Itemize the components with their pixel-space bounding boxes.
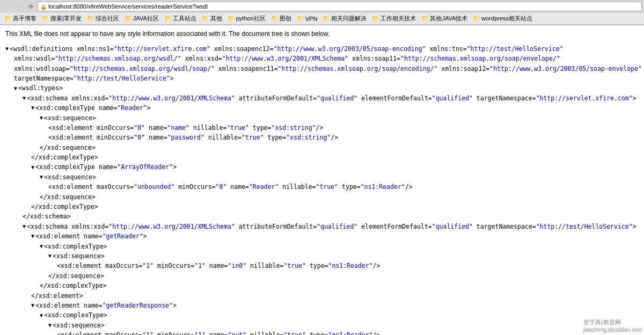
bookmark-item[interactable]: 📁 工具站点: [162, 14, 199, 23]
xml-line: ▼<xsd:complexType>: [5, 242, 639, 251]
bookmark-item[interactable]: 📁 高手博客: [2, 14, 39, 23]
folder-icon: 📁: [87, 15, 94, 22]
xml-text: </xsd:complexType>: [40, 281, 107, 290]
xml-line: ▼<xsd:element name="getReader">: [5, 231, 639, 241]
xml-line: </xsd:complexType>: [5, 281, 639, 290]
xml-text: <wsdl:definitions xmlns:ns1="http://serv…: [10, 44, 564, 54]
toggle-arrow[interactable]: ▼: [48, 252, 52, 260]
folder-icon: 📁: [202, 15, 209, 22]
xml-text: </xsd:element>: [31, 291, 83, 301]
folder-icon: 📁: [421, 15, 429, 22]
bookmark-label: 工作相关技术: [380, 14, 416, 23]
xml-text: <xsd:sequence>: [44, 113, 96, 123]
xml-text: xmlns:wsdl="http://schemas.xmlsoap.org/w…: [14, 54, 560, 63]
xml-content: ▼<wsdl:definitions xmlns:ns1="http://ser…: [5, 44, 639, 335]
bookmark-item[interactable]: 📁 其他: [200, 14, 224, 23]
bookmark-label: 其他JAVA技术: [430, 14, 467, 23]
xml-text: targetNamespace="http://test/HelloServic…: [14, 74, 174, 83]
xml-line: targetNamespace="http://test/HelloServic…: [5, 74, 639, 83]
folder-icon: 📁: [323, 15, 330, 22]
toggle-arrow[interactable]: ▼: [14, 84, 17, 93]
bookmark-label: 图创: [280, 14, 291, 23]
xml-text: <xsd:schema xmlns:xsd="http://www.w3.org…: [27, 93, 636, 103]
page-content: This XML file does not appear to have an…: [0, 25, 644, 335]
xml-line: </xsd:sequence>: [5, 143, 639, 152]
xml-text: <xsd:element name="getReaderResponse">: [35, 301, 177, 310]
toggle-arrow[interactable]: ▼: [40, 311, 43, 320]
bookmark-label: 相关问题解决: [331, 14, 367, 23]
bookmark-label: JAVA社区: [133, 14, 159, 23]
bookmark-item[interactable]: 📁 其他JAVA技术: [419, 14, 470, 23]
xml-text: <xsd:element maxOccurs="unbounded" minOc…: [48, 182, 413, 192]
xml-line: </xsd:schema>: [5, 212, 639, 221]
xml-line: ▼<xsd:sequence>: [5, 172, 639, 182]
address-bar[interactable]: 🔒 localhost:8080/xfireWebService/service…: [38, 2, 642, 11]
toggle-arrow[interactable]: ▼: [40, 242, 43, 251]
toggle-arrow[interactable]: ▼: [31, 163, 34, 172]
bookmark-item[interactable]: 📁 图创: [269, 14, 294, 23]
xml-text: <xsd:schema xmlns:xsd="http://www.w3.org…: [27, 222, 636, 231]
bookmark-label: 综合社区: [96, 14, 119, 23]
folder-icon: 📁: [125, 15, 132, 22]
xml-text: <xsd:sequence>: [53, 321, 105, 330]
bookmark-item[interactable]: 📁 工作相关技术: [370, 14, 418, 23]
bookmark-label: 高手博客: [13, 14, 36, 23]
xml-text: <wsdl:types>: [18, 83, 63, 93]
toggle-arrow[interactable]: ▼: [40, 173, 43, 181]
xml-text: <xsd:sequence>: [53, 251, 105, 261]
toggle-arrow[interactable]: ▼: [48, 321, 52, 330]
xml-line: <xsd:element maxOccurs="1" minOccurs="1"…: [5, 330, 639, 335]
browser-chrome: ← → ⟳ 🔒 localhost:8080/xfireWebService/s…: [0, 0, 644, 25]
back-button[interactable]: ←: [2, 2, 12, 11]
xml-line: ▼<xsd:element name="getReaderResponse">: [5, 301, 639, 310]
toggle-arrow[interactable]: ▼: [31, 301, 34, 310]
url-text: localhost:8080/xfireWebService/services/…: [48, 3, 639, 10]
xml-text: <xsd:element maxOccurs="1" minOccurs="1"…: [57, 261, 380, 271]
bookmark-label: wordpress相关站点: [481, 14, 532, 23]
xml-line: </xsd:complexType>: [5, 152, 639, 162]
toggle-arrow[interactable]: ▼: [5, 45, 9, 53]
xml-line: <xsd:element maxOccurs="unbounded" minOc…: [5, 182, 639, 192]
bookmark-item[interactable]: 📁 综合社区: [85, 14, 121, 23]
xml-line: <xsd:element maxOccurs="1" minOccurs="1"…: [5, 261, 639, 271]
bookmark-item[interactable]: 📁 VPN: [295, 14, 320, 23]
xml-text: <xsd:element minOccurs="0" name="passwor…: [48, 133, 338, 142]
bookmark-item[interactable]: 📁 python社区: [225, 14, 268, 23]
bookmark-item[interactable]: 📁 JAVA社区: [122, 14, 161, 23]
toggle-arrow[interactable]: ▼: [40, 114, 43, 122]
xml-line: </xsd:sequence>: [5, 271, 639, 281]
watermark-url: jiaocheng.dieziidian.com: [583, 327, 642, 333]
bookmark-item[interactable]: 📁 搜索|零开发: [40, 14, 84, 23]
reload-button[interactable]: ⟳: [26, 2, 35, 11]
toggle-arrow[interactable]: ▼: [31, 104, 34, 112]
folder-icon: 📁: [297, 15, 304, 22]
folder-icon: 📁: [271, 15, 279, 22]
xml-line: </xsd:complexType>: [5, 202, 639, 212]
toggle-arrow[interactable]: ▼: [31, 232, 34, 241]
bookmark-item[interactable]: 📁 wordpress相关站点: [471, 14, 535, 23]
folder-icon: 📁: [42, 15, 49, 22]
bookmark-label: VPN: [305, 16, 318, 22]
folder-icon: 📁: [372, 15, 379, 22]
xml-line: ▼<xsd:schema xmlns:xsd="http://www.w3.or…: [5, 93, 639, 103]
lock-icon: 🔒: [40, 4, 47, 10]
folder-icon: 📁: [228, 15, 235, 22]
xml-line: ▼<wsdl:types>: [5, 83, 639, 93]
xml-text: </xsd:sequence>: [40, 192, 96, 202]
xml-line: ▼<xsd:complexType>: [5, 310, 639, 320]
xml-line: ▼<xsd:complexType name="ArrayOfReader">: [5, 162, 639, 172]
xml-text: </xsd:schema>: [23, 212, 71, 221]
xml-text: </xsd:complexType>: [31, 202, 98, 212]
xml-line: xmlns:wsdl="http://schemas.xmlsoap.org/w…: [5, 54, 639, 63]
toggle-arrow[interactable]: ▼: [23, 222, 26, 231]
xml-line: <xsd:element minOccurs="0" name="passwor…: [5, 133, 639, 142]
xml-line: ▼<xsd:complexType name="Reader">: [5, 103, 639, 113]
toggle-arrow[interactable]: ▼: [23, 94, 26, 103]
xml-line: ▼<xsd:sequence>: [5, 251, 639, 261]
bookmark-item[interactable]: 📁 相关问题解决: [320, 14, 369, 23]
xml-text: <xsd:element name="getReader">: [35, 231, 147, 241]
xml-text: <xsd:sequence>: [44, 172, 96, 182]
bookmark-label: 其他: [210, 14, 222, 23]
xml-line: ▼<wsdl:definitions xmlns:ns1="http://ser…: [5, 44, 639, 54]
forward-button[interactable]: →: [14, 2, 24, 11]
